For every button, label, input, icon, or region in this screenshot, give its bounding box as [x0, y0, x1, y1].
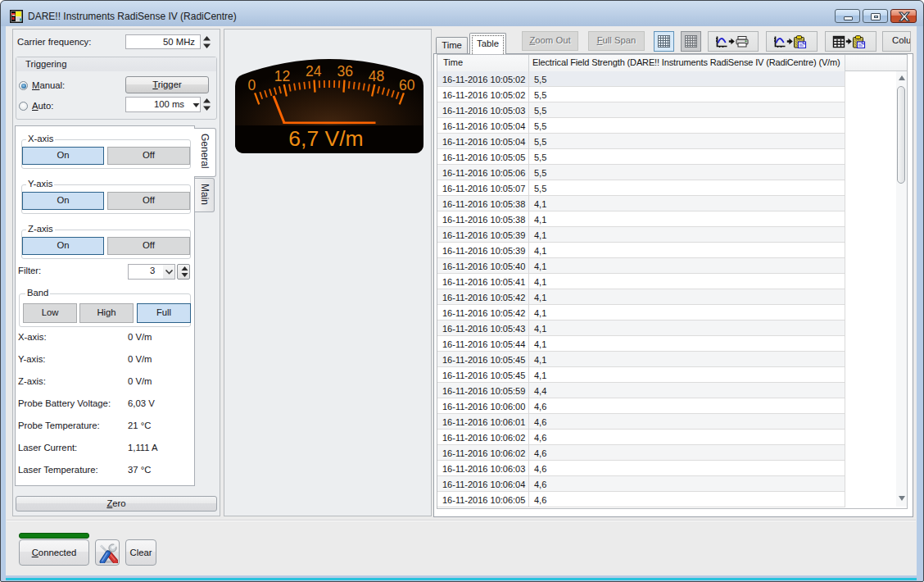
- svg-text:6,7 V/m: 6,7 V/m: [288, 126, 363, 151]
- svg-text:24: 24: [306, 63, 322, 80]
- svg-text:36: 36: [337, 63, 353, 80]
- svg-text:0: 0: [247, 77, 256, 93]
- svg-text:12: 12: [274, 68, 290, 84]
- svg-text:48: 48: [369, 68, 384, 84]
- svg-text:60: 60: [399, 77, 415, 93]
